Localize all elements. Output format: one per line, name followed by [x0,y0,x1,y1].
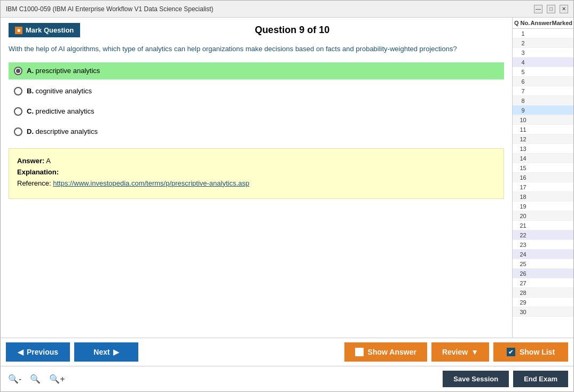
zoom-out-button[interactable]: 🔍- [6,373,23,385]
zoom-reset-button[interactable]: 🔍 [28,373,43,385]
q-list-row[interactable]: 28 [513,288,573,298]
q-list-row[interactable]: 3 [513,48,573,58]
answer-box: Answer: A Explanation: Reference: https:… [9,148,504,199]
option-b[interactable]: B. cognitive analytics [9,83,504,100]
q-row-num: 2 [514,40,532,46]
q-list-row[interactable]: 4 [513,58,573,67]
q-list-row[interactable]: 21 [513,221,573,230]
answer-line: Answer: A [17,157,496,165]
show-answer-icon [355,348,364,356]
q-row-num: 23 [514,242,532,248]
end-exam-button[interactable]: End Exam [513,371,568,387]
header-answer: Answer [530,20,552,26]
q-list-row[interactable]: 2 [513,38,573,48]
option-d[interactable]: D. descriptive analytics [9,123,504,140]
save-session-button[interactable]: Save Session [443,371,509,387]
q-list-header: Q No. Answer Marked [513,18,573,29]
q-row-num: 16 [514,174,532,181]
window-title: IBM C1000-059 (IBM AI Enterprise Workflo… [6,5,214,13]
q-row-num: 26 [514,270,532,277]
q-row-num: 7 [514,88,532,94]
q-row-num: 30 [514,309,532,315]
header-q-no: Q No. [514,20,530,26]
mark-checkbox-icon: ■ [15,27,22,34]
mark-question-label: Mark Question [26,26,74,34]
q-row-num: 19 [514,203,532,210]
question-text: With the help of AI algorithms, which ty… [9,44,504,54]
zoom-in-button[interactable]: 🔍+ [47,373,67,385]
q-row-num: 15 [514,165,532,171]
q-row-num: 20 [514,213,532,219]
show-answer-button[interactable]: Show Answer [344,342,427,362]
close-button[interactable]: ✕ [560,5,568,13]
q-list-row[interactable]: 18 [513,192,573,202]
q-list-row[interactable]: 24 [513,250,573,259]
left-panel: ■ Mark Question Question 9 of 10 With th… [1,18,512,338]
q-list-row[interactable]: 25 [513,259,573,269]
q-list-body[interactable]: 1 2 3 4 5 6 7 8 [513,29,573,338]
q-list-row[interactable]: 17 [513,182,573,192]
q-row-num: 27 [514,280,532,286]
q-row-num: 8 [514,98,532,104]
q-row-num: 5 [514,69,532,75]
q-row-num: 12 [514,136,532,142]
q-list-row[interactable]: 20 [513,211,573,221]
q-list-row[interactable]: 26 [513,269,573,278]
option-a-text: A. prescriptive analytics [27,67,100,75]
q-row-num: 14 [514,155,532,162]
q-list-row[interactable]: 6 [513,77,573,86]
reference-link[interactable]: https://www.investopedia.com/terms/p/pre… [53,179,249,187]
show-list-label: Show List [520,348,555,356]
mark-question-button[interactable]: ■ Mark Question [9,23,80,37]
next-arrow-icon: ▶ [113,348,119,356]
q-list-row[interactable]: 27 [513,278,573,288]
q-list-row[interactable]: 5 [513,67,573,77]
option-a-radio [14,67,22,75]
q-row-num: 11 [514,126,532,133]
review-arrow-icon: ▼ [471,348,478,356]
question-title: Question 9 of 10 [80,25,504,36]
q-row-num: 24 [514,251,532,258]
q-list-row[interactable]: 22 [513,230,573,240]
minimize-button[interactable]: — [534,5,542,13]
q-list-row[interactable]: 14 [513,154,573,163]
q-list-row[interactable]: 12 [513,134,573,144]
previous-button[interactable]: ◀ Previous [6,342,70,362]
q-list-row[interactable]: 23 [513,240,573,250]
option-a[interactable]: A. prescriptive analytics [9,62,504,79]
q-row-num: 4 [514,59,532,66]
q-row-num: 13 [514,146,532,152]
show-answer-label: Show Answer [368,348,416,356]
prev-arrow-icon: ◀ [18,348,23,356]
q-list-row[interactable]: 10 [513,115,573,125]
answer-label: Answer: [17,157,44,165]
q-list-row[interactable]: 8 [513,96,573,106]
q-list-row[interactable]: 1 [513,29,573,38]
q-list-row[interactable]: 11 [513,125,573,134]
q-list-row[interactable]: 9 [513,106,573,115]
q-row-num: 28 [514,290,532,296]
maximize-button[interactable]: □ [547,5,555,13]
q-list-row[interactable]: 19 [513,202,573,211]
q-row-num: 22 [514,232,532,238]
toolbar: ■ Mark Question Question 9 of 10 [9,23,504,37]
q-list-row[interactable]: 29 [513,298,573,307]
q-list-row[interactable]: 13 [513,144,573,154]
show-list-check-icon: ✔ [507,348,515,356]
option-c[interactable]: C. predictive analytics [9,103,504,120]
q-list-row[interactable]: 15 [513,163,573,173]
option-b-radio [14,87,22,95]
q-list-row[interactable]: 7 [513,86,573,96]
q-list-row[interactable]: 30 [513,307,573,317]
q-row-num: 25 [514,261,532,267]
next-label: Next [93,348,109,356]
footer-bar: 🔍- 🔍 🔍+ Save Session End Exam [1,366,573,391]
previous-label: Previous [27,348,58,356]
title-bar: IBM C1000-059 (IBM AI Enterprise Workflo… [1,1,573,18]
review-button[interactable]: Review ▼ [431,342,489,362]
q-list-row[interactable]: 16 [513,173,573,182]
next-button[interactable]: Next ▶ [74,342,138,362]
option-d-radio [14,127,22,136]
show-list-button[interactable]: ✔ Show List [493,342,568,362]
q-row-num: 9 [514,107,532,114]
